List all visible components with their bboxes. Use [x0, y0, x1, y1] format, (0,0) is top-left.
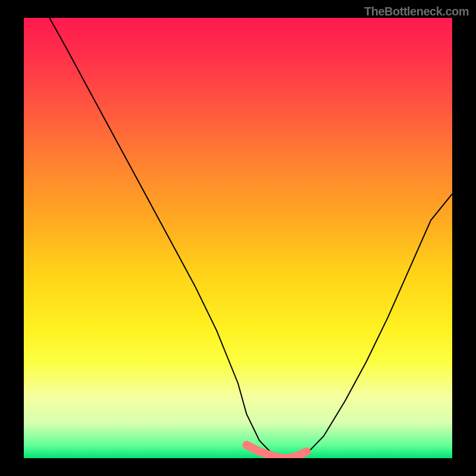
bottleneck-curve [49, 18, 452, 458]
curve-layer [24, 18, 452, 458]
watermark-text: TheBottleneck.com [364, 5, 469, 18]
chart-container: TheBottleneck.com [0, 0, 476, 476]
plot-area [24, 18, 452, 458]
bottom-highlight-band [246, 445, 306, 458]
